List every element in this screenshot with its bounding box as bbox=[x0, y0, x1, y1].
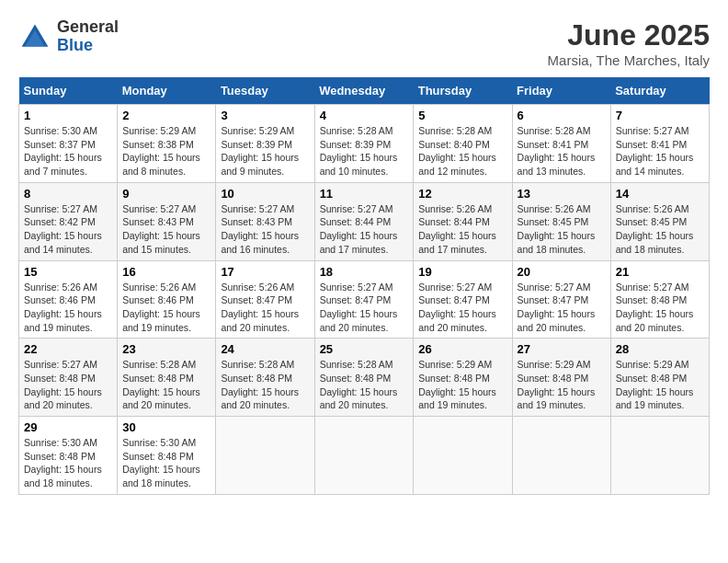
day-number: 18 bbox=[320, 265, 409, 279]
day-detail: Sunrise: 5:27 AMSunset: 8:44 PMDaylight:… bbox=[320, 202, 409, 257]
calendar-week-row: 8Sunrise: 5:27 AMSunset: 8:42 PMDaylight… bbox=[19, 182, 710, 260]
calendar-cell: 5Sunrise: 5:28 AMSunset: 8:40 PMDaylight… bbox=[414, 105, 512, 183]
day-number: 19 bbox=[418, 265, 506, 279]
calendar-cell: 14Sunrise: 5:26 AMSunset: 8:45 PMDayligh… bbox=[610, 182, 709, 260]
calendar-cell: 24Sunrise: 5:28 AMSunset: 8:48 PMDayligh… bbox=[216, 339, 314, 417]
calendar-cell: 15Sunrise: 5:26 AMSunset: 8:46 PMDayligh… bbox=[19, 260, 118, 339]
calendar-week-row: 29Sunrise: 5:30 AMSunset: 8:48 PMDayligh… bbox=[19, 417, 710, 495]
day-number: 28 bbox=[616, 342, 704, 356]
day-number: 16 bbox=[122, 265, 210, 279]
calendar-cell: 12Sunrise: 5:26 AMSunset: 8:44 PMDayligh… bbox=[414, 182, 512, 260]
header-thursday: Thursday bbox=[414, 77, 512, 105]
day-number: 8 bbox=[24, 187, 112, 201]
day-number: 24 bbox=[221, 342, 309, 356]
day-number: 9 bbox=[122, 187, 210, 201]
title-block: June 2025 Marsia, The Marches, Italy bbox=[548, 18, 710, 68]
logo-icon bbox=[18, 20, 51, 53]
day-number: 15 bbox=[24, 265, 112, 279]
day-detail: Sunrise: 5:26 AMSunset: 8:47 PMDaylight:… bbox=[221, 281, 309, 335]
calendar-header-row: SundayMondayTuesdayWednesdayThursdayFrid… bbox=[19, 77, 710, 105]
calendar-cell: 3Sunrise: 5:29 AMSunset: 8:39 PMDaylight… bbox=[216, 105, 314, 183]
calendar-cell: 18Sunrise: 5:27 AMSunset: 8:47 PMDayligh… bbox=[314, 260, 414, 339]
day-number: 1 bbox=[24, 109, 112, 122]
day-detail: Sunrise: 5:27 AMSunset: 8:47 PMDaylight:… bbox=[418, 281, 506, 335]
day-detail: Sunrise: 5:29 AMSunset: 8:48 PMDaylight:… bbox=[518, 358, 606, 412]
day-number: 27 bbox=[518, 342, 606, 356]
calendar-cell: 17Sunrise: 5:26 AMSunset: 8:47 PMDayligh… bbox=[216, 260, 314, 339]
calendar-cell bbox=[512, 417, 610, 495]
logo-blue: Blue bbox=[57, 37, 119, 55]
calendar-cell: 20Sunrise: 5:27 AMSunset: 8:47 PMDayligh… bbox=[512, 260, 610, 339]
day-number: 5 bbox=[418, 109, 506, 122]
day-number: 10 bbox=[221, 187, 309, 201]
calendar-cell: 22Sunrise: 5:27 AMSunset: 8:48 PMDayligh… bbox=[19, 339, 118, 417]
calendar-cell: 23Sunrise: 5:28 AMSunset: 8:48 PMDayligh… bbox=[118, 339, 216, 417]
calendar-cell: 6Sunrise: 5:28 AMSunset: 8:41 PMDaylight… bbox=[512, 105, 610, 183]
calendar-cell: 19Sunrise: 5:27 AMSunset: 8:47 PMDayligh… bbox=[414, 260, 512, 339]
calendar-cell: 7Sunrise: 5:27 AMSunset: 8:41 PMDaylight… bbox=[610, 105, 709, 183]
calendar-cell: 9Sunrise: 5:27 AMSunset: 8:43 PMDaylight… bbox=[118, 182, 216, 260]
calendar-cell: 10Sunrise: 5:27 AMSunset: 8:43 PMDayligh… bbox=[216, 182, 314, 260]
day-number: 30 bbox=[122, 420, 210, 434]
calendar-cell: 8Sunrise: 5:27 AMSunset: 8:42 PMDaylight… bbox=[19, 182, 118, 260]
page-header: General Blue June 2025 Marsia, The March… bbox=[18, 18, 710, 68]
day-number: 20 bbox=[518, 265, 606, 279]
day-detail: Sunrise: 5:28 AMSunset: 8:48 PMDaylight:… bbox=[320, 358, 409, 412]
day-detail: Sunrise: 5:27 AMSunset: 8:43 PMDaylight:… bbox=[122, 202, 210, 257]
day-number: 23 bbox=[122, 342, 210, 356]
location-title: Marsia, The Marches, Italy bbox=[548, 52, 710, 68]
header-wednesday: Wednesday bbox=[314, 77, 414, 105]
day-detail: Sunrise: 5:26 AMSunset: 8:46 PMDaylight:… bbox=[24, 281, 112, 335]
day-number: 2 bbox=[122, 109, 210, 122]
calendar-cell bbox=[314, 417, 414, 495]
day-number: 13 bbox=[518, 187, 606, 201]
calendar-table: SundayMondayTuesdayWednesdayThursdayFrid… bbox=[18, 77, 710, 495]
day-detail: Sunrise: 5:26 AMSunset: 8:45 PMDaylight:… bbox=[616, 202, 704, 257]
day-detail: Sunrise: 5:29 AMSunset: 8:48 PMDaylight:… bbox=[418, 358, 506, 412]
day-number: 11 bbox=[320, 187, 409, 201]
day-detail: Sunrise: 5:27 AMSunset: 8:41 PMDaylight:… bbox=[616, 124, 704, 178]
logo-general: General bbox=[57, 18, 119, 37]
day-detail: Sunrise: 5:27 AMSunset: 8:42 PMDaylight:… bbox=[24, 202, 112, 257]
header-friday: Friday bbox=[512, 77, 610, 105]
day-detail: Sunrise: 5:30 AMSunset: 8:37 PMDaylight:… bbox=[24, 124, 112, 178]
day-detail: Sunrise: 5:30 AMSunset: 8:48 PMDaylight:… bbox=[24, 436, 112, 490]
calendar-cell: 28Sunrise: 5:29 AMSunset: 8:48 PMDayligh… bbox=[610, 339, 709, 417]
calendar-cell: 13Sunrise: 5:26 AMSunset: 8:45 PMDayligh… bbox=[512, 182, 610, 260]
day-detail: Sunrise: 5:27 AMSunset: 8:47 PMDaylight:… bbox=[518, 281, 606, 335]
header-saturday: Saturday bbox=[610, 77, 709, 105]
day-number: 4 bbox=[320, 109, 409, 122]
calendar-week-row: 1Sunrise: 5:30 AMSunset: 8:37 PMDaylight… bbox=[19, 105, 710, 183]
day-detail: Sunrise: 5:27 AMSunset: 8:48 PMDaylight:… bbox=[24, 358, 112, 412]
day-number: 3 bbox=[221, 109, 309, 122]
calendar-cell: 16Sunrise: 5:26 AMSunset: 8:46 PMDayligh… bbox=[118, 260, 216, 339]
day-detail: Sunrise: 5:26 AMSunset: 8:45 PMDaylight:… bbox=[518, 202, 606, 257]
day-detail: Sunrise: 5:28 AMSunset: 8:39 PMDaylight:… bbox=[320, 124, 409, 178]
calendar-cell: 21Sunrise: 5:27 AMSunset: 8:48 PMDayligh… bbox=[610, 260, 709, 339]
calendar-week-row: 15Sunrise: 5:26 AMSunset: 8:46 PMDayligh… bbox=[19, 260, 710, 339]
day-number: 12 bbox=[418, 187, 506, 201]
day-number: 26 bbox=[418, 342, 506, 356]
logo-text: General Blue bbox=[57, 18, 119, 55]
header-sunday: Sunday bbox=[19, 77, 118, 105]
calendar-cell bbox=[610, 417, 709, 495]
day-detail: Sunrise: 5:27 AMSunset: 8:48 PMDaylight:… bbox=[616, 281, 704, 335]
calendar-cell: 27Sunrise: 5:29 AMSunset: 8:48 PMDayligh… bbox=[512, 339, 610, 417]
day-detail: Sunrise: 5:28 AMSunset: 8:48 PMDaylight:… bbox=[122, 358, 210, 412]
day-detail: Sunrise: 5:28 AMSunset: 8:40 PMDaylight:… bbox=[418, 124, 506, 178]
day-detail: Sunrise: 5:26 AMSunset: 8:46 PMDaylight:… bbox=[122, 281, 210, 335]
header-monday: Monday bbox=[118, 77, 216, 105]
day-detail: Sunrise: 5:26 AMSunset: 8:44 PMDaylight:… bbox=[418, 202, 506, 257]
day-number: 29 bbox=[24, 420, 112, 434]
day-number: 22 bbox=[24, 342, 112, 356]
day-detail: Sunrise: 5:29 AMSunset: 8:38 PMDaylight:… bbox=[122, 124, 210, 178]
calendar-cell: 26Sunrise: 5:29 AMSunset: 8:48 PMDayligh… bbox=[414, 339, 512, 417]
calendar-cell bbox=[414, 417, 512, 495]
calendar-week-row: 22Sunrise: 5:27 AMSunset: 8:48 PMDayligh… bbox=[19, 339, 710, 417]
day-number: 25 bbox=[320, 342, 409, 356]
day-number: 7 bbox=[616, 109, 704, 122]
month-title: June 2025 bbox=[548, 18, 710, 52]
day-detail: Sunrise: 5:27 AMSunset: 8:43 PMDaylight:… bbox=[221, 202, 309, 257]
day-detail: Sunrise: 5:29 AMSunset: 8:39 PMDaylight:… bbox=[221, 124, 309, 178]
day-number: 14 bbox=[616, 187, 704, 201]
